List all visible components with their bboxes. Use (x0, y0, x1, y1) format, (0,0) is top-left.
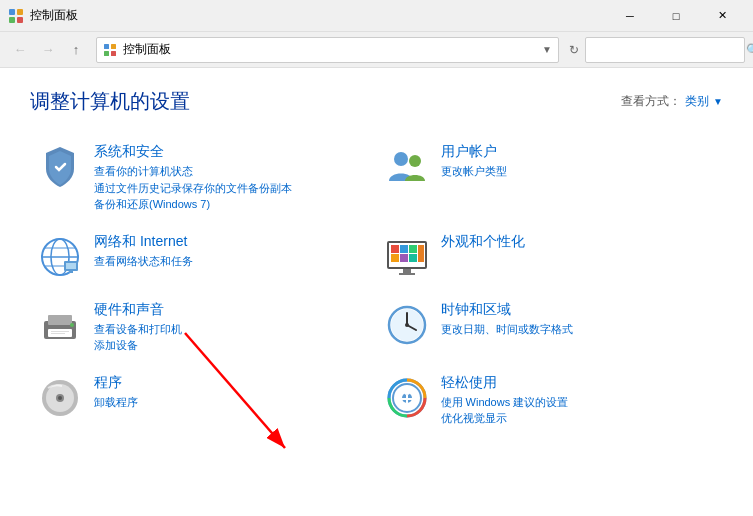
system-security-sub1[interactable]: 查看你的计算机状态 (94, 163, 371, 180)
user-accounts-icon (383, 143, 431, 191)
window-title: 控制面板 (30, 7, 607, 24)
category-programs: 程序 卸载程序 (30, 366, 377, 435)
forward-button[interactable]: → (36, 38, 60, 62)
svg-rect-32 (51, 331, 69, 332)
system-security-text: 系统和安全 查看你的计算机状态 通过文件历史记录保存你的文件备份副本 备份和还原… (94, 143, 371, 213)
close-button[interactable]: ✕ (699, 0, 745, 32)
svg-point-39 (405, 323, 409, 327)
svg-point-43 (58, 396, 62, 400)
category-network-internet: 网络和 Internet 查看网络状态和任务 (30, 225, 377, 289)
network-title[interactable]: 网络和 Internet (94, 233, 371, 251)
address-path: 控制面板 (123, 41, 538, 58)
network-sub1[interactable]: 查看网络状态和任务 (94, 253, 371, 270)
system-security-icon (36, 143, 84, 191)
clock-sub1[interactable]: 更改日期、时间或数字格式 (441, 321, 718, 338)
user-accounts-title[interactable]: 用户帐户 (441, 143, 718, 161)
svg-rect-1 (17, 9, 23, 15)
clock-title[interactable]: 时钟和区域 (441, 301, 718, 319)
svg-rect-28 (399, 273, 415, 275)
svg-rect-6 (104, 51, 109, 56)
hardware-title[interactable]: 硬件和声音 (94, 301, 371, 319)
navbar: ← → ↑ 控制面板 ▼ ↻ 🔍 (0, 32, 753, 68)
up-button[interactable]: ↑ (64, 38, 88, 62)
search-icon[interactable]: 🔍 (746, 43, 753, 57)
accessibility-title[interactable]: 轻松使用 (441, 374, 718, 392)
page-title: 调整计算机的设置 (30, 88, 190, 115)
svg-rect-26 (418, 245, 424, 262)
svg-rect-24 (400, 254, 408, 262)
svg-rect-20 (391, 245, 399, 253)
window-controls: ─ □ ✕ (607, 0, 745, 32)
svg-point-34 (70, 323, 74, 327)
network-text: 网络和 Internet 查看网络状态和任务 (94, 233, 371, 270)
svg-rect-21 (400, 245, 408, 253)
categories-grid: 系统和安全 查看你的计算机状态 通过文件历史记录保存你的文件备份副本 备份和还原… (30, 135, 723, 435)
programs-sub1[interactable]: 卸载程序 (94, 394, 371, 411)
svg-rect-22 (409, 245, 417, 253)
view-mode-label: 查看方式： (621, 93, 681, 110)
svg-point-47 (404, 389, 410, 395)
svg-rect-4 (104, 44, 109, 49)
svg-rect-30 (48, 315, 72, 325)
svg-point-9 (409, 155, 421, 167)
svg-rect-27 (403, 269, 411, 273)
view-mode-arrow[interactable]: ▼ (713, 96, 723, 107)
programs-title[interactable]: 程序 (94, 374, 371, 392)
svg-rect-3 (17, 17, 23, 23)
search-bar[interactable]: 🔍 (585, 37, 745, 63)
system-security-sub3[interactable]: 备份和还原(Windows 7) (94, 196, 371, 213)
accessibility-text: 轻松使用 使用 Windows 建议的设置 优化视觉显示 (441, 374, 718, 427)
accessibility-sub2[interactable]: 优化视觉显示 (441, 410, 718, 427)
programs-icon (36, 374, 84, 422)
minimize-button[interactable]: ─ (607, 0, 653, 32)
svg-point-8 (394, 152, 408, 166)
refresh-button[interactable]: ↻ (567, 41, 581, 59)
svg-rect-33 (51, 333, 65, 334)
view-mode: 查看方式： 类别 ▼ (621, 93, 723, 110)
accessibility-sub1[interactable]: 使用 Windows 建议的设置 (441, 394, 718, 411)
hardware-icon (36, 301, 84, 349)
back-button[interactable]: ← (8, 38, 32, 62)
address-icon (103, 42, 119, 58)
programs-text: 程序 卸载程序 (94, 374, 371, 411)
system-security-title[interactable]: 系统和安全 (94, 143, 371, 161)
category-user-accounts: 用户帐户 更改帐户类型 (377, 135, 724, 221)
category-accessibility: 轻松使用 使用 Windows 建议的设置 优化视觉显示 (377, 366, 724, 435)
category-appearance: 外观和个性化 (377, 225, 724, 289)
clock-text: 时钟和区域 更改日期、时间或数字格式 (441, 301, 718, 338)
titlebar: 控制面板 ─ □ ✕ (0, 0, 753, 32)
address-bar[interactable]: 控制面板 ▼ (96, 37, 559, 63)
svg-rect-5 (111, 44, 116, 49)
category-clock-region: 时钟和区域 更改日期、时间或数字格式 (377, 293, 724, 362)
system-security-sub2[interactable]: 通过文件历史记录保存你的文件备份副本 (94, 180, 371, 197)
appearance-icon (383, 233, 431, 281)
hardware-text: 硬件和声音 查看设备和打印机 添加设备 (94, 301, 371, 354)
svg-rect-25 (409, 254, 417, 262)
hardware-sub2[interactable]: 添加设备 (94, 337, 371, 354)
address-dropdown-arrow[interactable]: ▼ (542, 44, 552, 55)
main-content: 调整计算机的设置 查看方式： 类别 ▼ 系统和安全 查看你的计算机状态 通过文件… (0, 68, 753, 455)
window-icon (8, 8, 24, 24)
category-hardware-sound: 硬件和声音 查看设备和打印机 添加设备 (30, 293, 377, 362)
user-accounts-text: 用户帐户 更改帐户类型 (441, 143, 718, 180)
search-input[interactable] (592, 43, 742, 57)
svg-rect-23 (391, 254, 399, 262)
content-header: 调整计算机的设置 查看方式： 类别 ▼ (30, 88, 723, 115)
accessibility-icon (383, 374, 431, 422)
svg-rect-16 (66, 263, 76, 269)
maximize-button[interactable]: □ (653, 0, 699, 32)
svg-rect-17 (69, 271, 73, 273)
network-icon (36, 233, 84, 281)
svg-rect-2 (9, 17, 15, 23)
hardware-sub1[interactable]: 查看设备和打印机 (94, 321, 371, 338)
user-accounts-sub1[interactable]: 更改帐户类型 (441, 163, 718, 180)
svg-rect-0 (9, 9, 15, 15)
appearance-title[interactable]: 外观和个性化 (441, 233, 718, 251)
svg-rect-7 (111, 51, 116, 56)
category-system-security: 系统和安全 查看你的计算机状态 通过文件历史记录保存你的文件备份副本 备份和还原… (30, 135, 377, 221)
view-mode-value[interactable]: 类别 (685, 93, 709, 110)
clock-icon (383, 301, 431, 349)
svg-line-51 (407, 404, 411, 410)
appearance-text: 外观和个性化 (441, 233, 718, 253)
